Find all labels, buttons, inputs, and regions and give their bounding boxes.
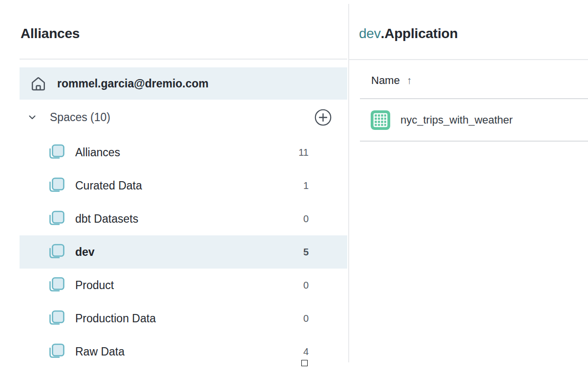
space-icon xyxy=(46,275,66,295)
space-item-count: 5 xyxy=(303,247,309,258)
dataset-name: nyc_trips_with_weather xyxy=(400,114,513,126)
sort-ascending-icon: ↑ xyxy=(407,75,412,86)
space-item-label: Production Data xyxy=(75,312,156,325)
space-icon xyxy=(46,143,66,162)
spaces-section-label: Spaces (10) xyxy=(50,111,110,124)
dremio-catalog-screen: Alliances rommel.garcia@dremio.com Space… xyxy=(0,0,588,376)
home-user-item[interactable]: rommel.garcia@dremio.com xyxy=(20,67,347,100)
home-icon xyxy=(30,75,47,92)
chevron-down-icon[interactable] xyxy=(26,111,38,123)
space-item-label: dbt Datasets xyxy=(75,212,138,226)
stray-square-glyph xyxy=(301,360,308,366)
space-item-dev[interactable]: dev 5 xyxy=(20,235,347,269)
space-item-label: Product xyxy=(75,279,114,292)
space-item-count: 1 xyxy=(303,180,309,191)
space-icon xyxy=(46,209,66,229)
breadcrumb-separator: . xyxy=(381,26,385,41)
home-user-label: rommel.garcia@dremio.com xyxy=(57,77,209,90)
right-title-divider xyxy=(349,59,588,60)
left-title-divider xyxy=(20,59,347,60)
space-item-alliances[interactable]: Alliances 11 xyxy=(20,136,347,169)
space-item-label: Raw Data xyxy=(75,345,125,358)
space-item-count: 0 xyxy=(303,280,309,291)
breadcrumb-folder-name: Application xyxy=(384,26,458,41)
dataset-row-nyc-trips-with-weather[interactable]: nyc_trips_with_weather xyxy=(360,99,588,141)
add-space-button[interactable] xyxy=(314,108,332,126)
panel-divider xyxy=(348,4,349,362)
plus-circle-icon xyxy=(314,108,332,126)
spaces-section-header[interactable]: Spaces (10) xyxy=(20,104,347,130)
space-item-product[interactable]: Product 0 xyxy=(20,269,347,302)
space-item-count: 11 xyxy=(298,147,309,158)
space-icon xyxy=(46,176,66,195)
space-icon xyxy=(46,242,66,262)
space-item-label: Curated Data xyxy=(75,179,142,192)
space-item-curated-data[interactable]: Curated Data 1 xyxy=(20,169,347,202)
space-icon xyxy=(46,309,66,328)
table-column-header-name[interactable]: Name ↑ xyxy=(371,73,412,88)
space-item-label: dev xyxy=(75,246,95,259)
left-panel-title: Alliances xyxy=(21,26,80,42)
spaces-list: Alliances 11 Curated Data 1 dbt Datasets xyxy=(20,136,347,368)
space-item-dbt-datasets[interactable]: dbt Datasets 0 xyxy=(20,202,347,235)
right-panel-breadcrumb: dev.Application xyxy=(359,26,458,42)
space-item-count: 4 xyxy=(303,346,309,357)
name-column-label: Name xyxy=(371,74,400,87)
space-item-production-data[interactable]: Production Data 0 xyxy=(20,302,347,335)
space-icon xyxy=(46,342,66,361)
breadcrumb-space-link[interactable]: dev xyxy=(359,26,381,41)
space-item-count: 0 xyxy=(303,213,309,225)
space-item-count: 0 xyxy=(303,313,309,324)
table-row-divider xyxy=(360,141,588,142)
space-item-label: Alliances xyxy=(75,146,120,159)
dataset-table-icon xyxy=(370,110,391,130)
space-item-raw-data[interactable]: Raw Data 4 xyxy=(20,335,347,368)
